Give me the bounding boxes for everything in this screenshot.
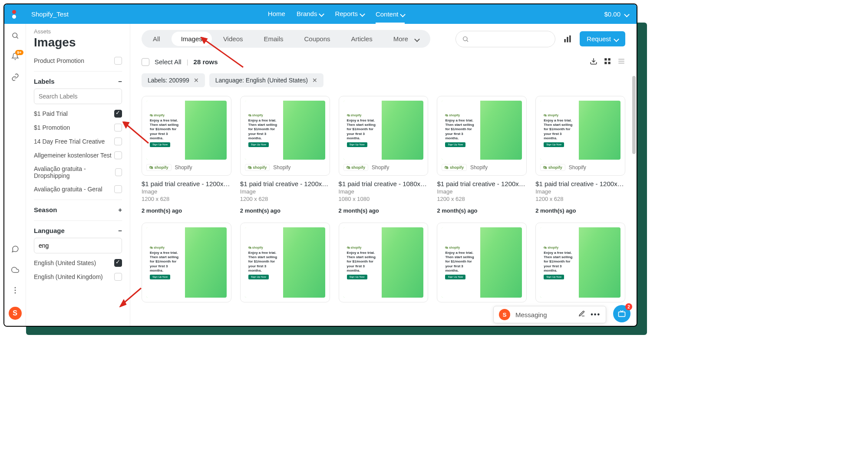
tab-more[interactable]: More [384, 32, 429, 46]
close-icon[interactable]: ✕ [194, 77, 199, 84]
filter-avaliacao-drop[interactable]: Avaliação gratuita - Dropshipping [34, 162, 122, 182]
nav-content[interactable]: Content [376, 10, 405, 24]
analytics-icon[interactable] [563, 35, 572, 43]
section-labels[interactable]: Labels − [34, 71, 122, 89]
search-icon[interactable] [11, 32, 19, 41]
user-avatar[interactable]: S [9, 307, 22, 320]
page-title: Images [34, 36, 122, 49]
asset-card[interactable]: 🛍 shopify Enjoy a free trial. Then start… [339, 223, 429, 302]
cloud-icon[interactable] [11, 266, 19, 276]
asset-dimensions: 1080 x 1080 [339, 196, 429, 202]
compose-icon[interactable] [578, 310, 585, 319]
asset-thumbnail[interactable]: 🛍 shopify Enjoy a free trial. Then start… [339, 96, 429, 176]
asset-thumbnail[interactable]: 🛍 shopify Enjoy a free trial. Then start… [240, 223, 330, 302]
svg-rect-13 [604, 62, 607, 64]
tab-emails[interactable]: Emails [254, 32, 293, 46]
filter-allgemeiner[interactable]: Allgemeiner kostenloser Test [34, 148, 122, 162]
select-all-checkbox[interactable] [142, 58, 149, 66]
list-view-icon[interactable] [617, 57, 625, 66]
notifications-icon[interactable]: 9+ [11, 52, 19, 62]
messaging-widget[interactable]: S Messaging ••• [493, 306, 606, 323]
asset-thumbnail[interactable]: 🛍 shopify Enjoy a free trial. Then start… [240, 96, 330, 176]
asset-card[interactable]: 🛍 shopify Enjoy a free trial. Then start… [535, 223, 625, 302]
checkbox[interactable] [114, 273, 122, 281]
app-logo [12, 10, 18, 19]
checkbox[interactable] [115, 168, 122, 176]
asset-thumbnail[interactable]: 🛍 shopify Enjoy a free trial. Then start… [535, 223, 625, 302]
asset-card[interactable]: 🛍 shopify Enjoy a free trial. Then start… [437, 223, 527, 302]
svg-point-3 [14, 290, 16, 291]
nav-brands[interactable]: Brands [297, 10, 324, 18]
filter-chip-language[interactable]: Language: English (United States) ✕ [209, 73, 323, 87]
checkbox[interactable] [114, 185, 122, 193]
asset-thumbnail[interactable]: 🛍 shopify Enjoy a free trial. Then start… [339, 223, 429, 302]
select-all-label[interactable]: Select All [155, 58, 182, 66]
filter-english-us[interactable]: English (United States) [34, 256, 122, 270]
filter-english-uk[interactable]: English (United Kingdom) [34, 270, 122, 284]
tab-coupons[interactable]: Coupons [294, 32, 340, 46]
tab-articles[interactable]: Articles [342, 32, 382, 46]
section-season[interactable]: Season + [34, 200, 122, 217]
link-icon[interactable] [11, 73, 19, 83]
messaging-label: Messaging [515, 311, 573, 318]
filter-avaliacao-geral[interactable]: Avaliação gratuita - Geral [34, 182, 122, 196]
chat-icon[interactable] [11, 245, 19, 255]
section-language[interactable]: Language − [34, 220, 122, 238]
asset-thumbnail[interactable]: 🛍 shopify Enjoy a free trial. Then start… [437, 223, 527, 302]
checkbox[interactable] [114, 57, 122, 65]
tab-images[interactable]: Images [172, 32, 212, 46]
filter-chip-labels[interactable]: Labels: 200999 ✕ [142, 73, 205, 87]
asset-dimensions: 1200 x 628 [240, 196, 330, 202]
filter-product-promotion[interactable]: Product Promotion [34, 54, 122, 68]
asset-title: $1 paid trial creative - 1200x… [142, 180, 231, 187]
collapse-icon[interactable]: − [118, 78, 122, 85]
asset-card[interactable]: 🛍 shopify Enjoy a free trial. Then start… [339, 96, 429, 214]
checkbox[interactable] [114, 124, 122, 131]
nav-home[interactable]: Home [268, 10, 285, 18]
asset-card[interactable]: 🛍 shopify Enjoy a free trial. Then start… [142, 96, 231, 214]
checkbox[interactable] [114, 151, 122, 159]
chevron-down-icon [320, 10, 323, 17]
asset-title: $1 paid trial creative - 1200x… [240, 180, 330, 187]
help-fab[interactable]: 2 [613, 305, 630, 322]
filter-1-paid-trial[interactable]: $1 Paid Trial [34, 107, 122, 121]
language-search-input[interactable] [34, 238, 122, 253]
checkbox[interactable] [114, 259, 122, 267]
asset-card[interactable]: 🛍 shopify Enjoy a free trial. Then start… [142, 223, 231, 302]
balance-dropdown[interactable]: $0.00 [604, 10, 629, 18]
checkbox[interactable] [114, 138, 122, 145]
asset-card[interactable]: 🛍 shopify Enjoy a free trial. Then start… [240, 96, 330, 214]
svg-point-2 [14, 287, 16, 289]
asset-card[interactable]: 🛍 shopify Enjoy a free trial. Then start… [240, 223, 330, 302]
tab-videos[interactable]: Videos [214, 32, 253, 46]
asset-card[interactable]: 🛍 shopify Enjoy a free trial. Then start… [437, 96, 527, 214]
grid-view-icon[interactable] [604, 57, 611, 66]
asset-thumbnail[interactable]: 🛍 shopify Enjoy a free trial. Then start… [142, 96, 231, 176]
request-button[interactable]: Request [580, 31, 625, 46]
workspace-name[interactable]: Shopify_Test [31, 10, 69, 18]
chevron-down-icon [360, 10, 364, 17]
content-search[interactable] [455, 31, 555, 47]
asset-thumbnail[interactable]: 🛍 shopify Enjoy a free trial. Then start… [142, 223, 231, 302]
asset-thumbnail[interactable]: 🛍 shopify Enjoy a free trial. Then start… [437, 96, 527, 176]
filter-1-promotion[interactable]: $1 Promotion [34, 121, 122, 135]
svg-rect-9 [569, 35, 571, 42]
top-nav: Home Brands Reports Content [268, 10, 405, 18]
nav-reports[interactable]: Reports [335, 10, 364, 18]
close-icon[interactable]: ✕ [312, 77, 317, 84]
checkbox[interactable] [114, 110, 122, 118]
scrollbar[interactable] [632, 76, 636, 154]
brand-row: 🛍 shopify Shopify [146, 164, 227, 171]
asset-card[interactable]: 🛍 shopify Enjoy a free trial. Then start… [535, 96, 625, 214]
expand-icon[interactable]: + [118, 206, 122, 213]
collapse-icon[interactable]: − [118, 227, 122, 234]
breadcrumb[interactable]: Assets [34, 28, 122, 35]
more-icon[interactable]: ••• [591, 311, 601, 318]
more-icon[interactable] [14, 287, 16, 295]
filter-14-day[interactable]: 14 Day Free Trial Creative [34, 135, 122, 148]
download-icon[interactable] [590, 57, 597, 66]
labels-search-input[interactable] [34, 89, 122, 104]
asset-thumbnail[interactable]: 🛍 shopify Enjoy a free trial. Then start… [535, 96, 625, 176]
tab-all[interactable]: All [143, 32, 170, 46]
asset-title: $1 paid trial creative - 1200x… [437, 180, 527, 187]
